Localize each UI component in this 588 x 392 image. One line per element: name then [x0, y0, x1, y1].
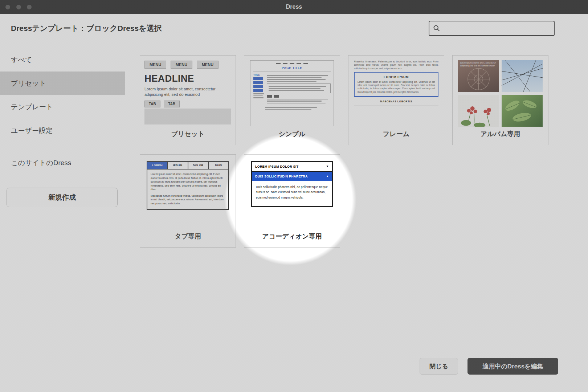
tab-button: TAB [164, 101, 180, 107]
template-card-frame[interactable]: Phasellus himenaeos. Pellentesque ac tin… [348, 55, 444, 145]
accordion-body-text: Duis sollicitudin pharetra nisl, ac pell… [252, 181, 332, 206]
text-line-placeholder [269, 86, 326, 87]
mini-footer [250, 103, 334, 110]
text-lines-placeholder [269, 86, 329, 91]
search-box[interactable] [429, 21, 555, 36]
sidebar-item-template[interactable]: テンプレート [0, 95, 125, 119]
tab-item: DUIS [208, 162, 228, 169]
power-lines-icon [502, 60, 543, 92]
text-lines-placeholder [267, 75, 331, 82]
flowers-icon [458, 95, 499, 127]
nav-item-placeholder [276, 63, 281, 64]
page-title: Dressテンプレート：ブロックDressを選択 [11, 14, 162, 43]
menu-button: MENU [144, 61, 166, 69]
mini-bordered-box [267, 83, 331, 93]
text-line-placeholder [253, 93, 264, 94]
window-title: Dress [0, 0, 588, 14]
card-label: アルバム専用 [453, 130, 548, 138]
template-card-accordion[interactable]: LOREM IPSUM DOLOR SIT ▼ DUIS SOLLICITUDI… [244, 154, 340, 248]
chevron-down-icon: ▼ [326, 165, 329, 168]
mini-menu-item [253, 81, 263, 84]
card-label: フレーム [348, 130, 444, 138]
window-titlebar: Dress [0, 0, 588, 14]
frame-thumbnail: Phasellus himenaeos. Pellentesque ac tin… [354, 60, 438, 106]
card-label: タブ専用 [140, 232, 236, 241]
close-button[interactable]: 閉じる [420, 358, 458, 375]
preset-content-placeholder [144, 109, 231, 124]
text-lines-placeholder [265, 107, 319, 110]
menu-button: MENU [171, 61, 192, 69]
accordion-item-label: DUIS SOLLICITUDIN PHARETRA [255, 175, 308, 178]
text-line-placeholder [267, 101, 322, 102]
accordion-item-expanded: DUIS SOLLICITUDIN PHARETRA ▲ [252, 172, 332, 181]
text-line-placeholder [267, 75, 328, 76]
text-line-placeholder [265, 109, 311, 110]
search-icon [433, 25, 440, 32]
mini-main-column [267, 74, 331, 103]
template-card-preset[interactable]: MENU MENU MENU HEADLINE Lorem ipsum dolo… [140, 55, 236, 145]
sidebar-item-all[interactable]: すべて [0, 48, 125, 72]
card-label: アコーディオン専用 [244, 232, 340, 241]
sidebar-item-user-settings[interactable]: ユーザー設定 [0, 119, 125, 142]
mini-button-placeholder [274, 95, 279, 98]
nav-item-placeholder [303, 63, 308, 64]
tab-item: IPSUM [167, 162, 187, 169]
frame-intro-text: Phasellus himenaeos. Pellentesque ac tin… [354, 60, 438, 70]
nav-item-placeholder [283, 63, 287, 64]
album-photo-power-lines [502, 60, 543, 92]
sidebar-item-preset[interactable]: プリセット [0, 72, 125, 95]
text-line-placeholder [267, 103, 326, 104]
dress-template-dialog: Dress Dressテンプレート：ブロックDressを選択 すべて プリセット… [0, 0, 588, 392]
text-lines-placeholder [267, 99, 331, 104]
preset-headline: HEADLINE [144, 73, 231, 84]
frame-title: LOREM IPSUM [358, 75, 435, 79]
divider [354, 106, 438, 106]
accordion-item-label: LOREM IPSUM DOLOR SIT [255, 165, 298, 168]
chevron-up-icon: ▲ [326, 175, 329, 178]
template-card-tab[interactable]: LOREM IPSUM DOLOR DUIS Lorem ipsum dolor… [140, 154, 236, 248]
tab-paragraph: Maecenas rutrum venenatis finibus. Vesti… [151, 194, 225, 206]
text-line-placeholder [269, 90, 324, 91]
nav-item-placeholder [290, 63, 294, 64]
text-line-placeholder [269, 88, 320, 89]
preset-menu-row: MENU MENU MENU [144, 61, 231, 69]
tab-item: DOLOR [188, 162, 208, 169]
text-line-placeholder [267, 81, 317, 82]
album-photo-leaves [502, 95, 543, 127]
sidebar: すべて プリセット テンプレート ユーザー設定 このサイトのDress 新規作成 [0, 43, 125, 392]
search-input[interactable] [443, 25, 554, 32]
mini-left-column: TITLE [253, 74, 264, 103]
text-line-placeholder [267, 79, 326, 80]
menu-button: MENU [197, 61, 219, 69]
template-card-album[interactable]: Lorem ipsum dolor sit amet, consectetur … [452, 55, 548, 145]
accordion-item-collapsed: LOREM IPSUM DOLOR SIT ▼ [252, 162, 332, 172]
frame-bordered-box: LOREM IPSUM Lorem ipsum dolor sit amet, … [354, 72, 438, 97]
mini-button-placeholder [267, 95, 272, 98]
text-line-placeholder [267, 99, 328, 100]
card-label: プリセット [140, 130, 236, 138]
preset-thumbnail: MENU MENU MENU HEADLINE Lorem ipsum dolo… [144, 61, 231, 124]
mini-buttons [267, 95, 331, 98]
album-photo-caption: Lorem ipsum dolor sit amet, consectetur … [460, 62, 497, 68]
frame-body-text: Lorem ipsum dolor sit amet, consectetur … [358, 80, 435, 93]
text-line-placeholder [253, 95, 263, 97]
text-line-placeholder [267, 77, 322, 78]
mini-nav-bar [250, 63, 334, 64]
template-card-simple[interactable]: PAGE TITLE TITLE [244, 55, 340, 145]
create-new-button[interactable]: 新規作成 [7, 188, 118, 207]
mini-section-title: TITLE [253, 74, 264, 76]
nav-item-placeholder [297, 63, 301, 64]
dialog-header: Dressテンプレート：ブロックDressを選択 [0, 14, 588, 43]
leaves-icon [502, 95, 543, 127]
sidebar-item-this-site-dress[interactable]: このサイトのDress [0, 151, 125, 175]
sidebar-spacer [0, 142, 125, 151]
frame-footer-text: MAECENAS LOBORTIS [354, 100, 438, 103]
text-line-placeholder [265, 107, 317, 108]
edit-active-dress-button[interactable]: 適用中のDressを編集 [467, 358, 558, 375]
tab-paragraph: Lorem ipsum dolor sit amet, consectetur … [151, 172, 225, 192]
album-photo-flowers [458, 95, 499, 127]
text-lines-placeholder [253, 93, 264, 98]
card-label: シンプル [244, 130, 340, 138]
mini-page-body: TITLE [250, 72, 334, 103]
tab-thumbnail: LOREM IPSUM DOLOR DUIS Lorem ipsum dolor… [147, 161, 229, 210]
